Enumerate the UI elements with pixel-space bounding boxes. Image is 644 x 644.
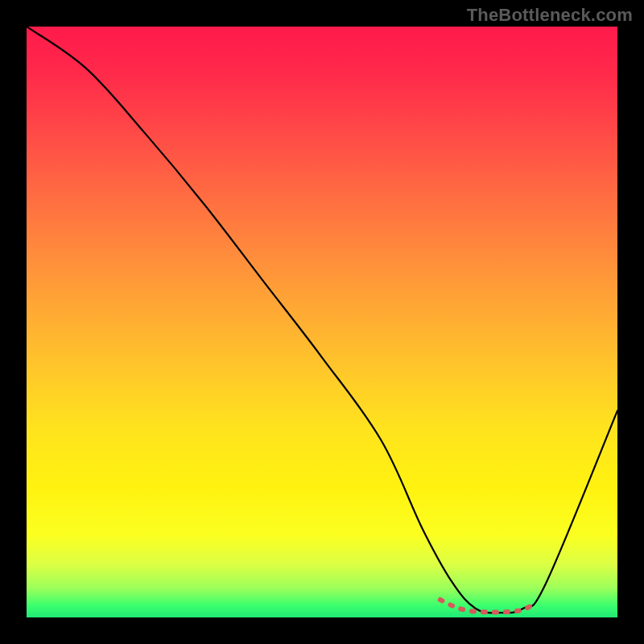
curve-layer	[27, 27, 617, 617]
optimal-flat-zone-path	[440, 600, 535, 613]
watermark-text: TheBottleneck.com	[467, 5, 633, 26]
plot-area	[27, 27, 617, 617]
chart-stage: TheBottleneck.com	[0, 0, 644, 644]
bottleneck-curve-path	[27, 27, 617, 613]
